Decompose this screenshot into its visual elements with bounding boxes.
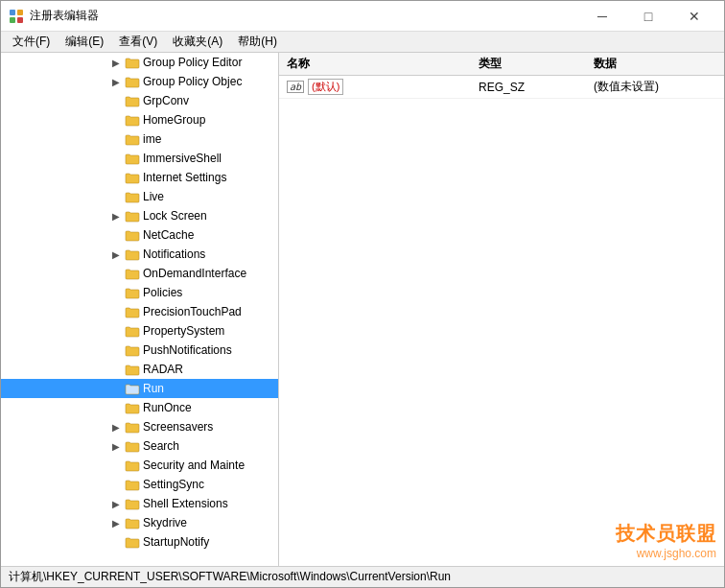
tree-item-group-policy-editor[interactable]: ▶Group Policy Editor <box>1 53 278 72</box>
title-bar: 注册表编辑器 ─ □ ✕ <box>1 1 724 32</box>
folder-icon-run <box>125 382 140 395</box>
tree-item-immersiveshell[interactable]: ImmersiveShell <box>1 149 278 168</box>
folder-icon-security-maint <box>125 459 140 472</box>
tree-label-policies: Policies <box>143 286 182 299</box>
status-bar: 计算机\HKEY_CURRENT_USER\SOFTWARE\Microsoft… <box>1 566 724 587</box>
tree-item-runonce[interactable]: RunOnce <box>1 398 278 417</box>
tree-label-security-maint: Security and Mainte <box>143 459 245 472</box>
expand-icon-shell-extensions: ▶ <box>110 499 122 509</box>
tree-label-notifications: Notifications <box>143 247 205 261</box>
folder-icon-group-policy-object <box>125 75 140 88</box>
menu-favorites[interactable]: 收藏夹(A) <box>165 32 230 52</box>
expand-icon-search: ▶ <box>110 441 122 452</box>
tree-container: ▶Group Policy Editor▶Group Policy ObjecG… <box>1 53 278 552</box>
tree-label-ondemandinterface: OnDemandInterface <box>143 267 246 280</box>
folder-icon-search <box>125 439 140 453</box>
tree-item-group-policy-object[interactable]: ▶Group Policy Objec <box>1 72 278 91</box>
window-controls: ─ □ ✕ <box>580 2 716 31</box>
folder-icon-shell-extensions <box>125 497 140 510</box>
expand-icon-skydrive: ▶ <box>110 518 122 529</box>
folder-icon-homegroup <box>125 113 140 127</box>
tree-item-netcache[interactable]: NetCache <box>1 225 278 245</box>
tree-item-precisiontouchpad[interactable]: PrecisionTouchPad <box>1 302 278 321</box>
app-icon <box>9 9 24 24</box>
tree-label-runonce: RunOnce <box>143 401 192 414</box>
tree-label-settingsync: SettingSync <box>143 478 204 491</box>
tree-item-live[interactable]: Live <box>1 187 278 206</box>
tree-label-search: Search <box>143 439 179 453</box>
menu-file[interactable]: 文件(F) <box>5 32 58 52</box>
tree-item-pushnotifications[interactable]: PushNotifications <box>1 341 278 360</box>
status-path: 计算机\HKEY_CURRENT_USER\SOFTWARE\Microsoft… <box>9 569 451 585</box>
main-content: ▶Group Policy Editor▶Group Policy ObjecG… <box>1 53 724 566</box>
tree-label-run: Run <box>143 382 164 395</box>
tree-item-ondemandinterface[interactable]: OnDemandInterface <box>1 264 278 283</box>
close-button[interactable]: ✕ <box>672 2 716 31</box>
folder-icon-netcache <box>125 228 140 242</box>
folder-icon-startupnotify <box>125 535 140 549</box>
folder-icon-propertysystem <box>125 324 140 338</box>
svg-rect-1 <box>17 10 23 15</box>
svg-rect-3 <box>17 17 23 23</box>
tree-label-propertysystem: PropertySystem <box>143 324 224 338</box>
tree-item-propertysystem[interactable]: PropertySystem <box>1 321 278 341</box>
col-name-header: 名称 <box>287 56 479 72</box>
reg-data-cell-0: (数值未设置) <box>594 79 716 95</box>
tree-item-radar[interactable]: RADAR <box>1 360 278 379</box>
ab-icon: ab <box>287 81 304 93</box>
tree-item-homegroup[interactable]: HomeGroup <box>1 110 278 129</box>
tree-item-security-maint[interactable]: Security and Mainte <box>1 456 278 475</box>
tree-label-ime: ime <box>143 132 161 146</box>
col-type-header: 类型 <box>479 56 594 72</box>
registry-row-0[interactable]: ab(默认)REG_SZ(数值未设置) <box>279 76 724 99</box>
tree-item-notifications[interactable]: ▶Notifications <box>1 245 278 264</box>
tree-item-grpconv[interactable]: GrpConv <box>1 91 278 110</box>
folder-icon-immersiveshell <box>125 152 140 165</box>
tree-item-policies[interactable]: Policies <box>1 283 278 302</box>
expand-icon-notifications: ▶ <box>110 249 122 260</box>
tree-label-shell-extensions: Shell Extensions <box>143 497 228 510</box>
tree-item-settingsync[interactable]: SettingSync <box>1 475 278 494</box>
tree-item-lock-screen[interactable]: ▶Lock Screen <box>1 206 278 225</box>
menu-view[interactable]: 查看(V) <box>111 32 165 52</box>
folder-icon-ondemandinterface <box>125 267 140 280</box>
tree-panel[interactable]: ▶Group Policy Editor▶Group Policy ObjecG… <box>1 53 279 566</box>
svg-rect-2 <box>10 17 15 23</box>
expand-icon-lock-screen: ▶ <box>110 211 122 222</box>
default-value-label: (默认) <box>308 79 343 95</box>
folder-icon-notifications <box>125 247 140 261</box>
tree-item-shell-extensions[interactable]: ▶Shell Extensions <box>1 494 278 513</box>
tree-item-ime[interactable]: ime <box>1 129 278 149</box>
tree-item-screensavers[interactable]: ▶Screensavers <box>1 417 278 436</box>
folder-icon-internet-settings <box>125 171 140 184</box>
column-headers: 名称 类型 数据 <box>279 53 724 76</box>
tree-label-precisiontouchpad: PrecisionTouchPad <box>143 305 242 318</box>
folder-icon-skydrive <box>125 516 140 529</box>
tree-item-internet-settings[interactable]: Internet Settings <box>1 168 278 187</box>
tree-label-immersiveshell: ImmersiveShell <box>143 152 222 165</box>
menu-help[interactable]: 帮助(H) <box>230 32 285 52</box>
menu-edit[interactable]: 编辑(E) <box>58 32 111 52</box>
svg-rect-0 <box>10 10 15 15</box>
tree-label-homegroup: HomeGroup <box>143 113 205 127</box>
folder-icon-settingsync <box>125 478 140 491</box>
registry-rows: ab(默认)REG_SZ(数值未设置) <box>279 76 724 99</box>
folder-icon-runonce <box>125 401 140 414</box>
folder-icon-grpconv <box>125 94 140 107</box>
tree-item-search[interactable]: ▶Search <box>1 436 278 456</box>
tree-item-skydrive[interactable]: ▶Skydrive <box>1 513 278 532</box>
tree-label-screensavers: Screensavers <box>143 420 213 434</box>
reg-name-cell-0: ab(默认) <box>287 79 479 95</box>
folder-icon-policies <box>125 286 140 299</box>
folder-icon-pushnotifications <box>125 343 140 357</box>
minimize-button[interactable]: ─ <box>580 2 624 31</box>
menu-bar: 文件(F) 编辑(E) 查看(V) 收藏夹(A) 帮助(H) <box>1 32 724 53</box>
window-title: 注册表编辑器 <box>30 8 580 24</box>
col-data-header: 数据 <box>594 56 716 72</box>
tree-item-startupnotify[interactable]: StartupNotify <box>1 532 278 552</box>
folder-icon-ime <box>125 132 140 146</box>
tree-item-run[interactable]: Run <box>1 379 278 398</box>
tree-label-skydrive: Skydrive <box>143 516 187 529</box>
maximize-button[interactable]: □ <box>626 2 670 31</box>
tree-label-netcache: NetCache <box>143 228 194 242</box>
